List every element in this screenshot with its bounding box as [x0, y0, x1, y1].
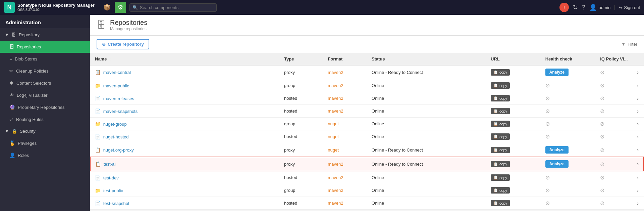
- alert-icon[interactable]: !: [559, 3, 569, 12]
- repo-name-link[interactable]: maven-public: [103, 83, 129, 88]
- repo-type-icon: 📁: [95, 83, 101, 88]
- sidebar-item-repositories[interactable]: 🗄 Repositories: [0, 41, 90, 53]
- repo-name-link[interactable]: nuget.org-proxy: [103, 147, 134, 153]
- sidebar-item-log4j[interactable]: 👁 Log4j Visualizer: [0, 89, 90, 101]
- admin-button[interactable]: ⚙: [115, 2, 126, 13]
- app-name: Sonatype Nexus Repository Manager: [17, 3, 95, 8]
- repo-url-cell: 📋 copy: [486, 92, 541, 105]
- row-expand-button[interactable]: ›: [637, 175, 639, 180]
- col-name-header[interactable]: Name ↑: [90, 53, 279, 65]
- sidebar-item-routing-rules[interactable]: ⇌ Routing Rules: [0, 113, 90, 125]
- sidebar-item-content-selectors[interactable]: ❖ Content Selectors: [0, 77, 90, 89]
- copy-url-button[interactable]: 📋 copy: [491, 69, 510, 76]
- sidebar-section-security[interactable]: ▼ 🔒 Security: [0, 125, 90, 137]
- repo-name-link[interactable]: test-public: [103, 188, 123, 193]
- copy-url-button[interactable]: 📋 copy: [491, 82, 510, 89]
- repo-type-icon: 📋: [95, 70, 101, 75]
- sidebar-item-cleanup-policies[interactable]: ✏ Cleanup Policies: [0, 65, 90, 77]
- signout-button[interactable]: ↪ Sign out: [614, 5, 640, 10]
- copy-icon: 📋: [493, 83, 498, 88]
- row-expand-button[interactable]: ›: [637, 161, 639, 167]
- repo-action-cell: ›: [632, 143, 644, 157]
- health-disabled-icon: ⊘: [545, 121, 550, 127]
- repo-name-link[interactable]: maven-releases: [103, 96, 135, 101]
- copy-url-button[interactable]: 📋 copy: [491, 121, 510, 127]
- format-link[interactable]: nuget: [328, 147, 339, 153]
- copy-url-button[interactable]: 📋 copy: [491, 200, 510, 206]
- format-link[interactable]: maven2: [328, 175, 343, 180]
- repo-name-cell: 📁 nuget-group: [90, 118, 279, 130]
- row-expand-button[interactable]: ›: [637, 83, 639, 88]
- analyze-button[interactable]: Analyze: [545, 146, 569, 154]
- row-expand-button[interactable]: ›: [637, 121, 639, 127]
- repo-name-link[interactable]: nuget-hosted: [103, 134, 129, 139]
- row-expand-button[interactable]: ›: [637, 96, 639, 101]
- repo-name-link[interactable]: test-dev: [103, 175, 119, 180]
- repo-type-icon: 📄: [95, 201, 101, 206]
- copy-url-button[interactable]: 📋 copy: [491, 161, 510, 167]
- repo-health-cell: ⊘: [541, 197, 595, 210]
- repo-name-link[interactable]: test-snapshot: [103, 201, 129, 206]
- format-link[interactable]: maven2: [328, 83, 343, 88]
- row-expand-button[interactable]: ›: [637, 188, 639, 193]
- format-link[interactable]: nuget: [328, 121, 339, 126]
- copy-url-button[interactable]: 📋 copy: [491, 147, 510, 153]
- repo-url-cell: 📋 copy: [486, 157, 541, 171]
- format-link[interactable]: maven2: [328, 188, 343, 193]
- col-health-header: Health check: [541, 53, 595, 65]
- row-expand-button[interactable]: ›: [637, 109, 639, 114]
- iq-disabled-icon: ⊘: [600, 121, 604, 127]
- sidebar-item-blob-stores[interactable]: ≡ Blob Stores: [0, 53, 90, 65]
- table-row: 📋 maven-central proxy maven2 Online - Re…: [90, 65, 644, 79]
- copy-url-button[interactable]: 📋 copy: [491, 187, 510, 194]
- help-button[interactable]: ?: [582, 4, 585, 11]
- repo-name-cell: 📄 test-snapshot: [90, 197, 279, 210]
- user-section[interactable]: 👤 admin: [589, 4, 610, 11]
- sidebar-item-proprietary[interactable]: 🔮 Proprietary Repositories: [0, 101, 90, 113]
- sidebar-title: Administration: [0, 15, 90, 29]
- repo-iq-cell: ⊘: [595, 118, 632, 130]
- health-disabled-icon: ⊘: [545, 108, 550, 114]
- repo-name-link[interactable]: nuget-group: [103, 122, 127, 127]
- format-link[interactable]: maven2: [328, 109, 343, 114]
- copy-url-button[interactable]: 📋 copy: [491, 108, 510, 114]
- search-input[interactable]: [140, 5, 207, 10]
- copy-url-button[interactable]: 📋 copy: [491, 95, 510, 101]
- toolbar: ⊕ Create repository ▼ Filter: [90, 36, 644, 53]
- create-repository-button[interactable]: ⊕ Create repository: [97, 39, 149, 49]
- repo-name-link[interactable]: maven-central: [103, 70, 131, 75]
- row-expand-button[interactable]: ›: [637, 201, 639, 206]
- analyze-button[interactable]: Analyze: [545, 69, 569, 76]
- sidebar-section-repository[interactable]: ▼ 🗄 Repository: [0, 29, 90, 41]
- row-expand-button[interactable]: ›: [637, 134, 639, 139]
- repo-action-cell: ›: [632, 157, 644, 171]
- repo-name-link[interactable]: test-ali: [104, 162, 116, 167]
- format-link[interactable]: nuget: [328, 134, 339, 139]
- refresh-button[interactable]: ↻: [573, 4, 578, 11]
- health-disabled-icon: ⊘: [545, 175, 550, 180]
- row-expand-button[interactable]: ›: [637, 147, 639, 153]
- format-link[interactable]: maven2: [328, 70, 343, 75]
- format-link[interactable]: maven2: [328, 162, 343, 167]
- copy-url-button[interactable]: 📋 copy: [491, 174, 510, 181]
- browse-button[interactable]: 📦: [101, 2, 113, 13]
- repo-name-link[interactable]: maven-snapshots: [103, 109, 138, 114]
- content-selectors-icon: ❖: [9, 80, 14, 86]
- copy-icon: 📋: [493, 162, 498, 166]
- repo-health-cell: Analyze: [541, 65, 595, 79]
- sidebar-item-roles[interactable]: 👤 Roles: [0, 149, 90, 161]
- row-expand-button[interactable]: ›: [637, 70, 639, 75]
- repo-name-cell: 📄 nuget-hosted: [90, 130, 279, 143]
- iq-disabled-icon: ⊘: [600, 134, 604, 139]
- analyze-button[interactable]: Analyze: [545, 160, 569, 168]
- content-selectors-label: Content Selectors: [16, 81, 51, 86]
- repo-health-cell: ⊘: [541, 184, 595, 197]
- sidebar-item-privileges[interactable]: 🏅 Privileges: [0, 137, 90, 149]
- health-disabled-icon: ⊘: [545, 83, 550, 88]
- format-link[interactable]: maven2: [328, 96, 343, 101]
- search-bar[interactable]: 🔍: [129, 3, 217, 12]
- repo-url-cell: 📋 copy: [486, 143, 541, 157]
- format-link[interactable]: maven2: [328, 201, 343, 206]
- col-actions-header: [632, 53, 644, 65]
- copy-url-button[interactable]: 📋 copy: [491, 133, 510, 140]
